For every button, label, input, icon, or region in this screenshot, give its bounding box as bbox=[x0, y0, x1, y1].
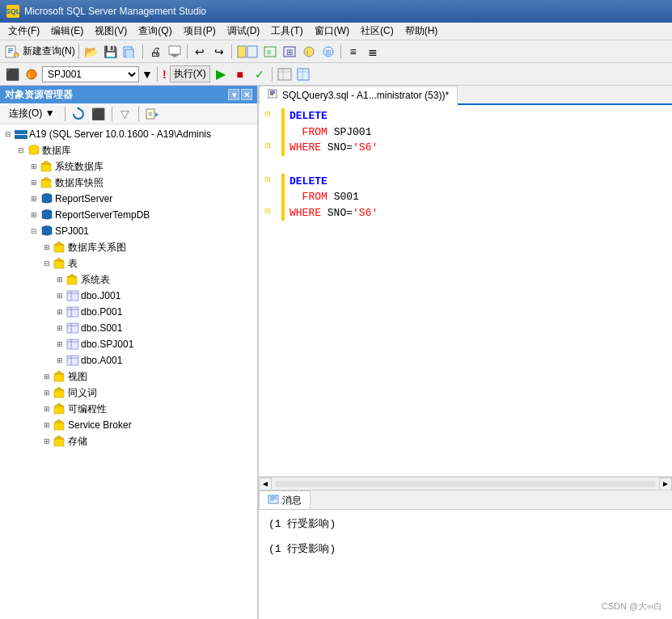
p001-expander[interactable] bbox=[53, 305, 66, 318]
programmability-expander[interactable] bbox=[40, 402, 53, 415]
tree-sysdb-node[interactable]: 系统数据库 bbox=[2, 158, 256, 175]
horizontal-scrollbar[interactable]: ◄ ► bbox=[259, 477, 672, 490]
tree-p001-node[interactable]: dbo.P001 bbox=[2, 304, 256, 320]
menu-file[interactable]: 文件(F) bbox=[3, 23, 44, 40]
run-icon[interactable]: ▶ bbox=[212, 65, 230, 83]
oe-stop-button[interactable]: ⬛ bbox=[90, 105, 108, 123]
a001-expander[interactable] bbox=[53, 354, 66, 367]
menu-project[interactable]: 项目(P) bbox=[179, 23, 221, 40]
sysdb-expander[interactable] bbox=[27, 160, 40, 173]
tree-snapshot-node[interactable]: 数据库快照 bbox=[2, 175, 256, 191]
where-keyword-2: WHERE bbox=[290, 205, 321, 221]
collapse-marker-3[interactable]: ⊟ bbox=[265, 174, 270, 186]
snapshot-expander[interactable] bbox=[27, 176, 40, 189]
menu-query[interactable]: 查询(Q) bbox=[133, 23, 176, 40]
toolbar-sql-btn-2[interactable]: i bbox=[23, 65, 40, 83]
tree-synonyms-node[interactable]: 同义词 bbox=[2, 385, 256, 401]
systables-expander[interactable] bbox=[53, 273, 66, 286]
toolbar-grid-1[interactable] bbox=[276, 65, 294, 83]
tree-s001-node[interactable]: dbo.S001 bbox=[2, 320, 256, 336]
toolbar-sql-btn-1[interactable]: ⬛ bbox=[3, 65, 21, 83]
tree-tables-node[interactable]: 表 bbox=[2, 255, 256, 272]
open-file-button[interactable]: 📂 bbox=[82, 43, 100, 61]
servicebroker-expander[interactable] bbox=[40, 419, 53, 432]
toolbar-btn-12[interactable]: ⊞ bbox=[319, 43, 337, 61]
tree-servicebroker-node[interactable]: Service Broker bbox=[2, 417, 256, 433]
oe-script-button[interactable]: ≡ bbox=[143, 105, 161, 123]
toolbar-btn-8[interactable] bbox=[235, 43, 260, 61]
databases-expander[interactable] bbox=[15, 144, 27, 157]
tree-dbdiagram-node[interactable]: 数据库关系图 bbox=[2, 239, 256, 255]
database-selector[interactable]: SPJ001 master ReportServer ReportServerT… bbox=[42, 66, 139, 82]
menu-help[interactable]: 帮助(H) bbox=[400, 23, 443, 40]
collapse-marker-2[interactable]: ⊟ bbox=[265, 140, 270, 152]
scroll-right-button[interactable]: ► bbox=[659, 478, 672, 491]
new-query-label[interactable]: 新建查询(N) bbox=[23, 44, 75, 58]
toolbar-align-2[interactable]: ≣ bbox=[364, 43, 382, 61]
sql-editor[interactable]: ⊟ DELETE FROM SPJ001 ⊟ bbox=[259, 105, 672, 477]
storage-expander[interactable] bbox=[40, 435, 53, 448]
server-expander[interactable] bbox=[2, 128, 15, 141]
tree-j001-node[interactable]: dbo.J001 bbox=[2, 288, 256, 304]
save-all-button[interactable] bbox=[121, 43, 139, 61]
scroll-left-button[interactable]: ◄ bbox=[259, 478, 272, 491]
tree-a001-node[interactable]: dbo.A001 bbox=[2, 352, 256, 368]
menu-community[interactable]: 社区(C) bbox=[356, 23, 399, 40]
toolbar-btn-9[interactable]: ≡ bbox=[261, 43, 279, 61]
menu-tools[interactable]: 工具(T) bbox=[266, 23, 307, 40]
oe-close-button[interactable]: ✕ bbox=[241, 89, 252, 100]
stop-button[interactable]: ■ bbox=[231, 65, 249, 83]
s001-expander[interactable] bbox=[53, 322, 66, 335]
line-gutter-4: ⊟ bbox=[265, 174, 281, 186]
toolbar-btn-11[interactable]: i bbox=[300, 43, 318, 61]
oe-pin-button[interactable]: ▾ bbox=[228, 89, 239, 100]
reportserver-expander[interactable] bbox=[27, 192, 40, 205]
svg-marker-40 bbox=[41, 177, 51, 180]
dbdiagram-expander[interactable] bbox=[40, 241, 53, 254]
menu-debug[interactable]: 调试(D) bbox=[222, 23, 265, 40]
results-messages-tab[interactable]: 消息 bbox=[259, 491, 311, 509]
tree-storage-node[interactable]: 存储 bbox=[2, 433, 256, 449]
tree-reportservertmp-node[interactable]: ReportServerTempDB bbox=[2, 207, 256, 223]
spj001-expander[interactable] bbox=[27, 225, 40, 238]
databases-label: 数据库 bbox=[42, 144, 71, 158]
dropdown-arrow[interactable]: ▼ bbox=[141, 65, 154, 83]
toolbar-btn-5[interactable] bbox=[166, 43, 184, 61]
save-button[interactable]: 💾 bbox=[102, 43, 120, 61]
tables-expander[interactable] bbox=[40, 257, 53, 270]
reportservertmp-expander[interactable] bbox=[27, 208, 40, 221]
tree-databases-node[interactable]: 数据库 bbox=[2, 142, 256, 158]
execute-button[interactable]: 执行(X) bbox=[170, 65, 210, 82]
oe-refresh-button[interactable] bbox=[70, 105, 87, 123]
tree-programmability-node[interactable]: 可编程性 bbox=[2, 401, 256, 417]
menu-view[interactable]: 视图(V) bbox=[90, 23, 132, 40]
tree-server-node[interactable]: A19 (SQL Server 10.0.1600 - A19\Adminis bbox=[2, 126, 256, 142]
collapse-marker-4[interactable]: ⊟ bbox=[265, 205, 270, 217]
tree-spj001t-node[interactable]: dbo.SPJ001 bbox=[2, 336, 256, 352]
tree-systables-node[interactable]: 系统表 bbox=[2, 272, 256, 288]
reportservertmp-icon bbox=[40, 208, 53, 221]
menu-edit[interactable]: 编辑(E) bbox=[46, 23, 88, 40]
connect-button[interactable]: 连接(O) ▼ bbox=[3, 104, 61, 123]
scroll-track[interactable] bbox=[275, 481, 656, 487]
toolbar-btn-10[interactable]: ⊞ bbox=[281, 43, 298, 61]
toolbar-btn-7[interactable]: ↪ bbox=[210, 43, 228, 61]
query-tab-1[interactable]: SQLQuery3.sql - A1...ministrator (53))* bbox=[259, 86, 458, 105]
check-button[interactable]: ✓ bbox=[251, 65, 268, 83]
tree-spj001-node[interactable]: SPJ001 bbox=[2, 223, 256, 239]
spj001t-expander[interactable] bbox=[53, 338, 66, 351]
toolbar-align-1[interactable]: ≡ bbox=[344, 43, 362, 61]
j001-expander[interactable] bbox=[53, 289, 66, 302]
collapse-marker-1[interactable]: ⊟ bbox=[265, 108, 270, 120]
menu-window[interactable]: 窗口(W) bbox=[310, 23, 354, 40]
snapshot-label: 数据库快照 bbox=[55, 176, 104, 190]
toolbar-grid-2[interactable] bbox=[295, 65, 313, 83]
views-expander[interactable] bbox=[40, 370, 53, 383]
new-query-button[interactable]: + bbox=[3, 43, 21, 61]
toolbar-btn-6[interactable]: ↩ bbox=[191, 43, 209, 61]
oe-filter-button[interactable]: ▽ bbox=[116, 105, 134, 123]
tree-reportserver-node[interactable]: ReportServer bbox=[2, 191, 256, 207]
tree-views-node[interactable]: 视图 bbox=[2, 368, 256, 385]
print-button[interactable]: 🖨 bbox=[146, 43, 164, 61]
synonyms-expander[interactable] bbox=[40, 386, 53, 399]
